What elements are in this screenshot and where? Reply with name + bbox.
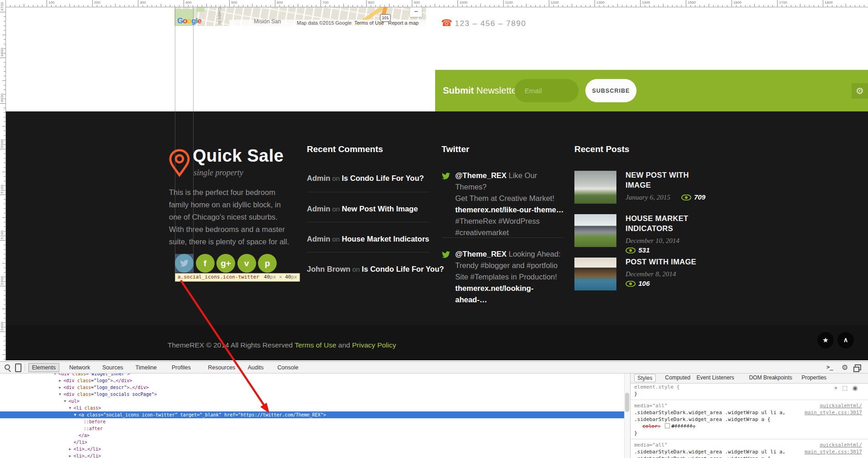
styles-tab-properties[interactable]: Properties [801,374,826,381]
post-date: December 10, 2014 [626,237,679,244]
ruler-label: 4700 [0,0,5,11]
inspector-guide-left [175,7,175,281]
ruler-label: 1300 [596,0,605,5]
brand-tagline: single property [194,168,243,178]
color-swatch[interactable] [665,423,670,428]
tree-row[interactable]: </li> [0,439,624,446]
tree-row[interactable]: ▶<div class="logo">…</div> [0,377,624,384]
tree-row[interactable]: ::after [0,425,624,432]
toolbar-separator [25,363,25,371]
stylesheet-link[interactable]: main_style.css:3017 [805,448,862,455]
theme-options-button[interactable]: ⚙ [852,83,868,99]
post-thumbnail[interactable] [574,171,616,204]
email-input[interactable] [515,79,579,102]
social-icon-pinterest[interactable]: p [258,254,277,273]
tree-row[interactable]: ::before [0,418,624,425]
devtools-horizontal-ruler: 1002003004005006007008009001000110012001… [0,0,868,7]
devtools-tab-sources[interactable]: Sources [102,363,123,372]
elements-scrollbar-thumb[interactable] [625,393,629,412]
brand-name[interactable]: Quick Sale [193,146,284,166]
map-zoom-out-button[interactable]: − [410,7,422,17]
post-view-count: 709 [681,193,705,201]
devtools-tab-resources[interactable]: Resources [208,363,236,372]
tree-row[interactable]: ▶<li>…</li> [0,453,624,458]
map-attribution: Map data ©2015 Google [297,20,352,26]
comment-on: on [330,235,342,243]
tree-row[interactable]: </a> [0,432,624,439]
post-title-link[interactable]: POST WITH IMAGE [626,257,716,267]
devtools-tab-console[interactable]: Console [278,363,299,372]
devtools-tab-timeline[interactable]: Timeline [135,363,157,372]
comment-author: Admin [307,235,330,243]
google-map-embed[interactable]: Castro St Misión San Google Map data ©20… [174,5,426,26]
style-selector: .sidebarStyleDark.widget_area .widgetWra… [631,455,868,458]
map-street-label: Castro St [217,7,222,25]
highway-101-shield: 101 [380,14,391,22]
google-logo-letter: o [183,16,187,26]
tree-row[interactable]: ▶<li>…</li> [0,446,624,453]
social-icon-vimeo[interactable]: v [237,254,256,273]
style-selector: .sidebarStyleDark.widget_area .widgetWra… [631,409,868,416]
comment-post-link[interactable]: House Market Indicators [342,235,429,243]
tree-row[interactable]: ▼<ul> [0,398,624,405]
comment-author: Admin [307,174,330,182]
stylesheet-link[interactable]: main_style.css:3017 [805,409,862,416]
comment-post-link[interactable]: New Post With Image [342,205,418,213]
tree-row-selected[interactable]: ▼<a class="social_icons icon-twitter" ta… [0,411,624,418]
tree-row[interactable]: ▼<div class="widget_inner"> [0,373,624,377]
twitter-bird-icon [442,172,450,182]
styles-tab-event-listeners[interactable]: Event Listeners [696,374,734,381]
map-report-error-link[interactable]: Report a map error [388,20,426,26]
device-mode-icon[interactable] [15,363,21,372]
terms-of-use-link[interactable]: Terms of Use [295,341,336,349]
social-icon-facebook[interactable]: f [196,254,215,273]
devtools-tab-profiles[interactable]: Profiles [172,363,191,372]
map-terms-link[interactable]: Terms of Use [354,20,384,26]
ruler-label: 1100 [505,0,513,5]
ruler-label: 5300 [0,269,5,285]
comment-on: on [330,174,342,182]
tweet-link[interactable]: themerex.net/like-our-theme… [455,205,563,214]
devtools-tab-elements[interactable]: Elements [28,363,59,372]
favorites-button[interactable]: ★ [817,332,834,348]
tree-row[interactable]: ▶<div class="logo_descr">…</div> [0,384,624,391]
stylesheet-link[interactable]: quicksalehtml/ [820,402,862,409]
post-meta: January 6, 2015709 [626,193,716,201]
subscribe-button[interactable]: SUBSCRIBE [585,79,637,102]
social-icon-google-plus[interactable]: g+ [216,254,235,273]
dock-side-icon[interactable] [855,364,861,370]
scroll-top-button[interactable]: ∧ [837,332,854,348]
ruler-label: 1200 [551,0,559,5]
post-title-link[interactable]: HOUSE MARKETINDICATORS [626,213,716,233]
devtools-tab-network[interactable]: Network [69,363,90,372]
ruler-label: 1800 [825,0,833,5]
close-brace: } [631,430,868,437]
element-style-open: element.style { [631,384,868,390]
stylesheet-link[interactable]: quicksalehtml/ [820,442,862,448]
elements-tree-panel[interactable]: ▼<div class="widget_inner">▶<div class="… [0,373,624,458]
devtools-tab-audits[interactable]: Audits [247,363,263,372]
styles-tab-computed[interactable]: Computed [665,374,690,381]
ruler-label: 800 [368,0,374,5]
comment-post-link[interactable]: Is Condo Life For You? [362,265,444,273]
tree-row[interactable]: ▼<div class="logo_socials socPage"> [0,391,624,398]
newsletter-title-rest: Newsletter [474,85,520,95]
search-icon[interactable] [5,364,10,370]
styles-tab-dom-breakpoints[interactable]: DOM Breakpoints [749,374,792,381]
tweet-link[interactable]: themerex.net/looking-ahead-… [455,284,533,304]
post-thumbnail[interactable] [574,214,616,247]
devtools-settings-icon[interactable]: ⚙ [842,363,848,372]
post-item: POST WITH IMAGEDecember 8, 2014106 [574,257,716,288]
tree-row[interactable]: ▼<li class> [0,405,624,411]
tooltip-dimensions: 40px × 40px [264,274,297,280]
privacy-policy-link[interactable]: Privacy Policy [352,341,396,349]
newsletter-title-bold: Submit [443,85,474,95]
copyright-text: ThemeREX © 2014 All Rights Reserved Term… [168,341,396,349]
console-drawer-icon[interactable]: >_ [826,364,833,370]
post-title-link[interactable]: NEW POST WITHIMAGE [626,170,716,190]
elements-scrollbar[interactable] [624,373,631,458]
google-logo-letter: e [197,16,201,26]
post-thumbnail[interactable] [574,258,616,290]
styles-tab-styles[interactable]: Styles [634,374,656,382]
comment-post-link[interactable]: Is Condo Life For You? [342,174,424,182]
